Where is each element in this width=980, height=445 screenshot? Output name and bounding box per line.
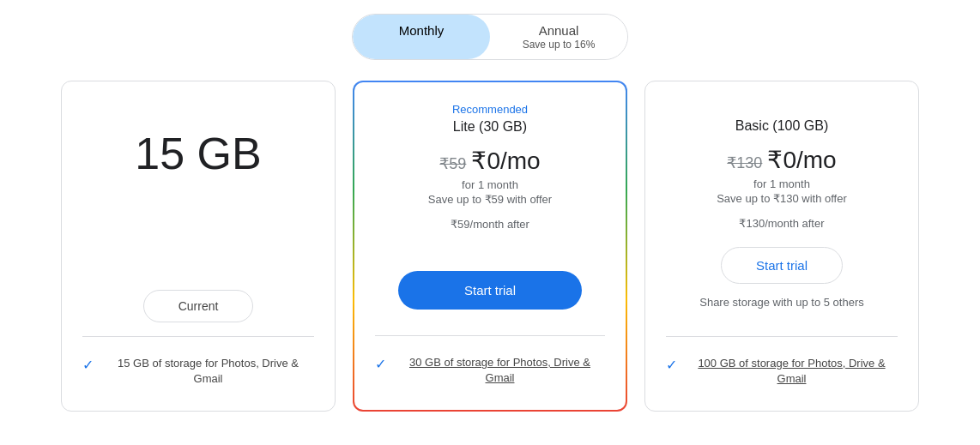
billing-annual-sublabel: Save up to 16% xyxy=(521,39,596,51)
plan-card-free: 15 GB Current ✓ 15 GB of storage for Pho… xyxy=(61,81,336,412)
plan-free-top: 15 GB xyxy=(82,102,314,248)
plan-free-feature: 15 GB of storage for Photos, Drive & Gma… xyxy=(102,356,314,387)
plan-free-bottom: ✓ 15 GB of storage for Photos, Drive & G… xyxy=(82,352,314,387)
plan-basic-price-after: ₹130/month after xyxy=(739,217,824,230)
plan-card-lite: Recommended Lite (30 GB) ₹59 ₹0/mo for 1… xyxy=(353,81,627,412)
plans-container: 15 GB Current ✓ 15 GB of storage for Pho… xyxy=(35,81,945,412)
plan-basic-price-offer: Save up to ₹130 with offer xyxy=(717,192,847,205)
plan-lite-bottom: ✓ 30 GB of storage for Photos, Drive & G… xyxy=(375,352,605,386)
billing-monthly[interactable]: Monthly xyxy=(353,15,490,59)
billing-annual[interactable]: Annual Save up to 16% xyxy=(490,15,627,59)
plan-basic-price-original: ₹130 xyxy=(727,153,762,172)
billing-monthly-label: Monthly xyxy=(399,23,445,38)
plan-basic-name: Basic (100 GB) xyxy=(735,118,828,134)
current-button: Current xyxy=(143,290,254,322)
plan-lite-price-duration: for 1 month xyxy=(462,178,518,191)
plan-lite-divider xyxy=(375,335,605,336)
plan-basic-divider xyxy=(666,336,898,337)
check-icon-free: ✓ xyxy=(82,357,94,373)
plan-basic-price-current: ₹0/mo xyxy=(767,146,836,174)
plan-lite-price-original: ₹59 xyxy=(439,154,466,173)
plan-basic-bottom: ✓ 100 GB of storage for Photos, Drive & … xyxy=(666,352,898,387)
plan-free-divider xyxy=(82,336,314,337)
plan-basic-top: Basic (100 GB) ₹130 ₹0/mo for 1 month Sa… xyxy=(666,102,898,247)
plan-lite-feature-row: ✓ 30 GB of storage for Photos, Drive & G… xyxy=(375,355,605,386)
plan-lite-name: Lite (30 GB) xyxy=(453,119,527,135)
plan-free-storage: 15 GB xyxy=(135,128,261,179)
plan-lite-top: Recommended Lite (30 GB) ₹59 ₹0/mo for 1… xyxy=(375,103,605,248)
plan-card-basic: Basic (100 GB) ₹130 ₹0/mo for 1 month Sa… xyxy=(644,81,919,412)
plan-lite-recommended-label: Recommended xyxy=(452,103,528,116)
plan-basic-feature-row: ✓ 100 GB of storage for Photos, Drive & … xyxy=(666,356,898,387)
plan-free-feature-row: ✓ 15 GB of storage for Photos, Drive & G… xyxy=(82,356,314,387)
start-trial-button-basic[interactable]: Start trial xyxy=(721,247,843,284)
plan-basic-price-duration: for 1 month xyxy=(753,177,810,190)
plan-basic-price-row: ₹130 ₹0/mo xyxy=(727,146,836,174)
plan-lite-price-after: ₹59/month after xyxy=(451,218,529,231)
plan-lite-price-offer: Save up to ₹59 with offer xyxy=(428,193,552,206)
plan-basic-share-storage: Share storage with up to 5 others xyxy=(699,296,864,309)
billing-toggle: Monthly Annual Save up to 16% xyxy=(352,14,628,60)
check-icon-basic: ✓ xyxy=(666,357,677,373)
plan-basic-feature: 100 GB of storage for Photos, Drive & Gm… xyxy=(686,356,898,387)
plan-lite-price-row: ₹59 ₹0/mo xyxy=(439,147,540,175)
check-icon-lite: ✓ xyxy=(375,356,386,372)
plan-lite-price-current: ₹0/mo xyxy=(471,147,540,175)
start-trial-button-lite[interactable]: Start trial xyxy=(398,271,582,310)
plan-lite-feature: 30 GB of storage for Photos, Drive & Gma… xyxy=(395,355,605,386)
billing-annual-label: Annual xyxy=(539,23,579,38)
